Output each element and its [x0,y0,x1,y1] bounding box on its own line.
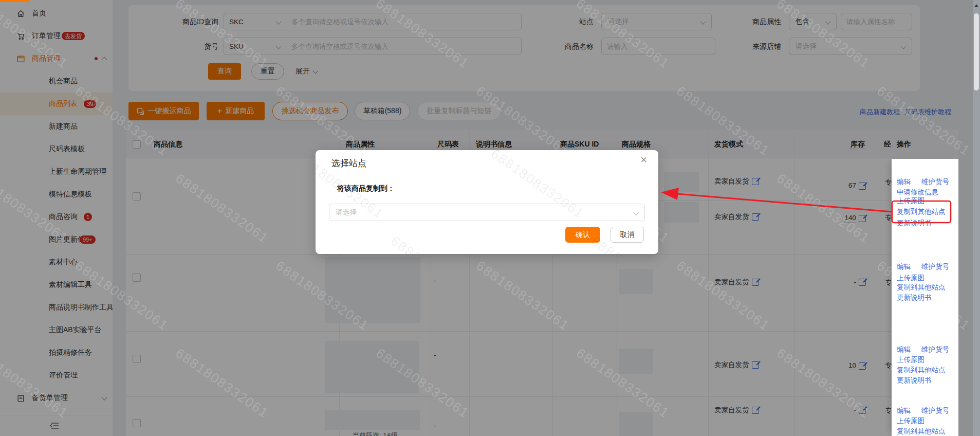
op-separator [916,346,916,352]
op-update-manual-link[interactable]: 更新说明书 [897,219,932,227]
scrollbar [973,0,980,436]
op-edit-link[interactable]: 编辑 [897,263,911,270]
op-request-modify-link[interactable]: 申请修改信息 [897,188,938,196]
op-upload-original-link[interactable]: 上传原图 [897,197,924,205]
op-copy-to-other-sites-link[interactable]: 复制到其他站点 [897,283,946,291]
op-maintain-sku-link[interactable]: 维护货号 [921,346,949,353]
op-maintain-sku-link[interactable]: 维护货号 [921,263,949,270]
op-update-manual-link[interactable]: 更新说明书 [897,294,932,301]
op-separator [916,263,916,269]
select-site-modal: 选择站点 × 将该商品复制到： 请选择 确认 取消 68818083320616… [316,150,658,254]
site-destination-select[interactable]: 请选择 [329,204,645,221]
scrollbar-thumb[interactable] [974,13,979,90]
op-update-manual-link[interactable]: 更新说明书 [897,376,932,384]
copy-to-label: 将该商品复制到： [337,184,395,193]
scroll-up-arrow[interactable] [973,2,980,9]
op-maintain-sku-link[interactable]: 维护货号 [921,407,949,414]
cancel-button[interactable]: 取消 [611,227,644,243]
op-edit-link[interactable]: 编辑 [897,178,911,186]
confirm-button[interactable]: 确认 [565,227,600,243]
op-upload-original-link[interactable]: 上传原图 [897,417,924,425]
op-edit-link[interactable]: 编辑 [897,346,911,353]
close-icon[interactable]: × [640,154,647,166]
op-copy-to-other-sites-link[interactable]: 复制到其他站点 [897,427,946,435]
op-maintain-sku-link[interactable]: 维护货号 [921,178,949,186]
op-upload-original-link[interactable]: 上传原图 [897,356,924,364]
product-management-page: 首页 订单管理 去发货 商品管理 机会商品 商品列表 39 新建商品 尺码表模板… [0,0,980,436]
operations-column: 编辑维护货号 申请修改信息 上传原图 复制到其他站点 更新说明书 编辑维护货号 … [892,159,958,436]
chevron-down-icon [633,209,639,215]
select-placeholder: 请选择 [336,208,357,217]
op-edit-link[interactable]: 编辑 [897,407,911,414]
op-copy-to-other-sites-link[interactable]: 复制到其他站点 [897,208,946,215]
op-separator [916,178,916,185]
modal-title: 选择站点 [331,157,366,169]
top-accent-strip [0,0,29,2]
op-upload-original-link[interactable]: 上传原图 [897,274,924,282]
watermark-layer: 6881808332061688180833206168818083320616… [316,150,658,254]
op-separator [916,407,916,413]
op-copy-to-other-sites-link[interactable]: 复制到其他站点 [897,366,946,374]
